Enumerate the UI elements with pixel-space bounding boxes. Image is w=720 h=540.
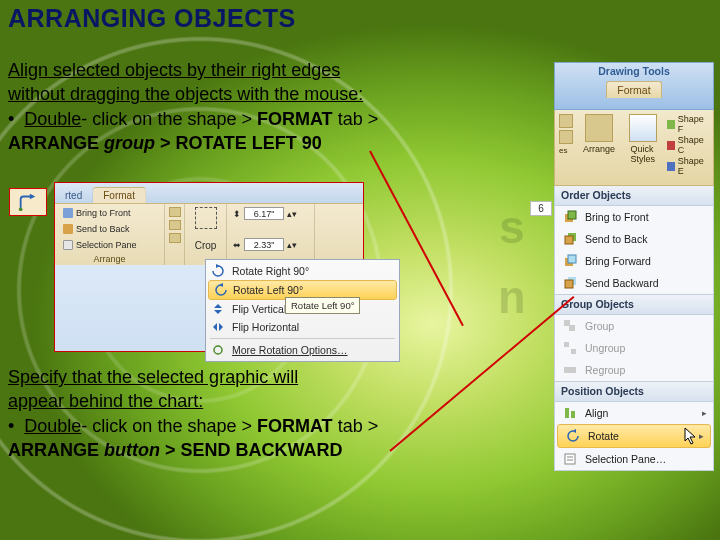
- send-to-back-item[interactable]: Send to Back: [555, 228, 713, 250]
- svg-rect-13: [571, 349, 576, 354]
- shape-fill[interactable]: Shape F: [667, 114, 709, 134]
- align-item[interactable]: Align▸: [555, 402, 713, 424]
- svg-rect-9: [565, 280, 573, 288]
- shape-outline[interactable]: Shape C: [667, 135, 709, 155]
- arrange-dropdown-panel: Drawing Tools Format es Arrange Quick St…: [554, 62, 714, 471]
- bring-to-front-item[interactable]: Bring to Front: [555, 206, 713, 228]
- tab-format[interactable]: Format: [93, 187, 146, 203]
- selection-pane[interactable]: Selection Pane: [61, 239, 158, 251]
- group-objects-header: Group Objects: [554, 295, 714, 315]
- tooltip-rotate-left: Rotate Left 90°: [285, 297, 360, 314]
- send-to-back[interactable]: Send to Back: [61, 223, 158, 235]
- more-rotation-options[interactable]: More Rotation Options…: [206, 341, 399, 359]
- ungroup-item: Ungroup: [555, 337, 713, 359]
- misc-6: 6: [530, 201, 552, 216]
- contextual-tab-title: Drawing Tools: [555, 65, 713, 77]
- regroup-item: Regroup: [555, 359, 713, 381]
- height-box[interactable]: ⬍6.17"▴▾: [233, 207, 308, 220]
- page-title: ARRANGING OBJECTS: [8, 4, 296, 33]
- align-icon[interactable]: [169, 207, 181, 217]
- paragraph-1: Align selected objects by their right ed…: [8, 58, 538, 155]
- arrange-button[interactable]: Arrange: [579, 114, 619, 171]
- crop-button[interactable]: [195, 207, 217, 229]
- svg-rect-15: [570, 367, 576, 373]
- svg-rect-17: [571, 411, 575, 418]
- svg-rect-18: [565, 454, 575, 464]
- send-backward-item[interactable]: Send Backward: [555, 272, 713, 294]
- tab-inserted[interactable]: rted: [55, 188, 93, 203]
- svg-point-1: [214, 346, 222, 354]
- rotate-icon-highlighted: [9, 188, 47, 216]
- group-item: Group: [555, 315, 713, 337]
- order-objects-header: Order Objects: [554, 186, 714, 206]
- paragraph-2: Specify that the selected graphic will a…: [8, 365, 538, 462]
- shape-effects[interactable]: Shape E: [667, 156, 709, 176]
- flip-horizontal[interactable]: Flip Horizontal: [206, 318, 399, 336]
- bring-to-front[interactable]: Bring to Front: [61, 207, 158, 219]
- width-box[interactable]: ⬌2.33"▴▾: [233, 238, 308, 251]
- cursor-icon: [684, 427, 698, 445]
- svg-rect-16: [565, 408, 569, 418]
- bring-forward-item[interactable]: Bring Forward: [555, 250, 713, 272]
- group-icon[interactable]: [169, 220, 181, 230]
- selection-pane-item[interactable]: Selection Pane…: [555, 448, 713, 470]
- rotate-icon[interactable]: [169, 233, 181, 243]
- ribbon-screenshot: rted Format Bring to Front Send to Back …: [54, 182, 364, 352]
- svg-rect-12: [564, 342, 569, 347]
- rotate-right-90[interactable]: Rotate Right 90°: [206, 262, 399, 280]
- tab-format-right[interactable]: Format: [606, 81, 661, 98]
- svg-point-0: [19, 208, 23, 212]
- svg-rect-3: [568, 211, 576, 219]
- svg-rect-5: [565, 236, 573, 244]
- svg-rect-14: [564, 367, 570, 373]
- quick-styles-button[interactable]: Quick Styles: [623, 114, 663, 171]
- svg-rect-7: [568, 255, 576, 263]
- position-objects-header: Position Objects: [554, 382, 714, 402]
- svg-rect-11: [569, 325, 575, 331]
